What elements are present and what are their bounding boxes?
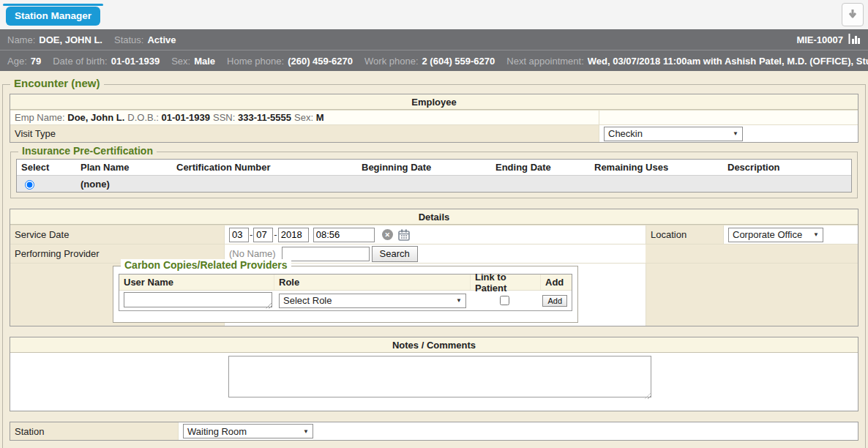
details-table-header: Details bbox=[10, 209, 858, 225]
next-appointment-label: Next appointment: bbox=[506, 56, 584, 67]
employee-table-header: Employee bbox=[10, 94, 858, 110]
patient-info-bar: Name: DOE, JOHN L. Status: Active MIE-10… bbox=[0, 29, 868, 50]
visit-type-label: Visit Type bbox=[10, 125, 599, 142]
status-value: Active bbox=[147, 34, 176, 45]
download-icon bbox=[847, 8, 858, 22]
employee-table: Employee Emp Name: Doe, John L. D.O.B.: … bbox=[10, 94, 858, 143]
sex-value: Male bbox=[194, 56, 215, 67]
patient-name: DOE, JOHN L. bbox=[39, 34, 102, 45]
age-label: Age: bbox=[7, 56, 27, 67]
carbon-copies-fieldset: Carbon Copies/Related Providers User Nam… bbox=[113, 266, 578, 323]
col-cert-number: Certification Number bbox=[172, 160, 357, 175]
precert-none-radio[interactable] bbox=[25, 180, 34, 190]
link-to-patient-checkbox[interactable] bbox=[500, 296, 509, 305]
status-label: Status: bbox=[114, 34, 143, 45]
station-select[interactable]: Waiting Room ▼ bbox=[183, 424, 313, 438]
work-phone-label: Work phone: bbox=[364, 56, 418, 67]
col-add: Add bbox=[541, 275, 572, 290]
dob-value: 01-01-1939 bbox=[111, 56, 160, 67]
chart-id: MIE-10007 bbox=[796, 34, 843, 45]
col-select: Select bbox=[17, 160, 76, 175]
service-date-row: Service Date - - ✕ bbox=[10, 225, 858, 244]
plan-name-value: (none) bbox=[76, 176, 172, 192]
provider-no-name-text: (No Name) bbox=[229, 248, 276, 259]
encounter-legend: Encounter (new) bbox=[10, 78, 104, 89]
col-link-to-patient: Link to Patient bbox=[471, 275, 541, 290]
provider-search-button[interactable]: Search bbox=[372, 246, 418, 262]
download-button[interactable] bbox=[842, 3, 864, 26]
emp-ssn-value: 333-11-5555 bbox=[238, 112, 291, 123]
notes-header: Notes / Comments bbox=[10, 337, 858, 353]
carbon-copies-row: Carbon Copies/Related Providers User Nam… bbox=[10, 263, 858, 326]
emp-dob-value: 01-01-1939 bbox=[162, 112, 211, 123]
emp-name-label: Emp Name: bbox=[15, 112, 65, 123]
station-manager-button[interactable]: Station Manager bbox=[6, 7, 100, 26]
add-provider-button[interactable]: Add bbox=[542, 295, 567, 307]
emp-dob-label: D.O.B.: bbox=[127, 112, 159, 123]
location-label: Location bbox=[646, 225, 724, 244]
notes-body bbox=[10, 353, 858, 411]
emp-sex-label: Sex: bbox=[294, 112, 313, 123]
carbon-copies-input-row: Select Role ▼ Add bbox=[119, 290, 572, 310]
sex-label: Sex: bbox=[171, 56, 190, 67]
emp-ssn-label: SSN: bbox=[213, 112, 235, 123]
insurance-precert-legend: Insurance Pre-Certification bbox=[18, 145, 157, 157]
details-table: Details Service Date - - ✕ bbox=[10, 209, 858, 326]
carbon-copies-table: User Name Role Link to Patient Add bbox=[119, 274, 572, 311]
emp-sex-value: M bbox=[316, 112, 324, 123]
service-date-month-input[interactable] bbox=[229, 228, 249, 242]
top-toolbar: Station Manager bbox=[0, 0, 868, 29]
calendar-icon[interactable] bbox=[398, 229, 410, 241]
age-value: 79 bbox=[31, 56, 41, 67]
col-plan-name: Plan Name bbox=[76, 160, 172, 175]
carbon-copies-legend: Carbon Copies/Related Providers bbox=[121, 259, 291, 271]
chevron-down-icon: ▼ bbox=[733, 130, 738, 137]
home-phone-label: Home phone: bbox=[227, 56, 284, 67]
station-label: Station bbox=[10, 422, 179, 440]
clear-date-icon[interactable]: ✕ bbox=[382, 229, 393, 240]
encounter-fieldset: Encounter (new) Employee Emp Name: Doe, … bbox=[2, 84, 866, 448]
dob-label: Date of birth: bbox=[53, 56, 107, 67]
main-content: Encounter (new) Employee Emp Name: Doe, … bbox=[0, 71, 868, 448]
provider-search-input[interactable] bbox=[282, 247, 370, 261]
col-beginning-date: Beginning Date bbox=[357, 160, 491, 175]
role-select[interactable]: Select Role ▼ bbox=[279, 294, 466, 308]
insurance-row-none: (none) bbox=[17, 175, 851, 192]
chevron-down-icon: ▼ bbox=[456, 297, 462, 304]
emp-name-value: Doe, John L. bbox=[67, 112, 124, 123]
home-phone-value: (260) 459-6270 bbox=[288, 56, 353, 67]
employee-info-row: Emp Name: Doe, John L. D.O.B.: 01-01-193… bbox=[10, 110, 858, 124]
insurance-precert-fieldset: Insurance Pre-Certification Select Plan … bbox=[10, 152, 858, 198]
col-user-name: User Name bbox=[119, 275, 274, 290]
chevron-down-icon: ▼ bbox=[813, 231, 819, 238]
user-name-input[interactable] bbox=[124, 292, 272, 307]
carbon-copies-header-row: User Name Role Link to Patient Add bbox=[119, 275, 572, 290]
insurance-header-row: Select Plan Name Certification Number Be… bbox=[17, 160, 851, 175]
service-date-day-input[interactable] bbox=[253, 228, 273, 242]
bar-chart-icon[interactable] bbox=[848, 34, 861, 46]
col-description: Description bbox=[723, 160, 851, 175]
col-role: Role bbox=[274, 275, 471, 290]
location-select[interactable]: Corporate Office ▼ bbox=[728, 228, 823, 242]
work-phone-value: 2 (604) 559-6270 bbox=[422, 56, 495, 67]
next-appointment-value: Wed, 03/07/2018 11:00am with Ashish Pate… bbox=[588, 56, 868, 67]
service-time-input[interactable] bbox=[313, 228, 375, 242]
name-label: Name: bbox=[7, 34, 35, 45]
notes-textarea[interactable] bbox=[228, 356, 651, 397]
station-row: Station Waiting Room ▼ bbox=[10, 422, 858, 440]
insurance-precert-table: Select Plan Name Certification Number Be… bbox=[16, 159, 852, 193]
date-separator: - bbox=[274, 229, 277, 240]
date-separator: - bbox=[250, 229, 252, 240]
chevron-down-icon: ▼ bbox=[303, 428, 309, 435]
col-remaining-uses: Remaining Uses bbox=[590, 160, 723, 175]
visit-type-row: Visit Type Checkin ▼ bbox=[10, 124, 858, 142]
service-date-year-input[interactable] bbox=[278, 228, 309, 242]
notes-table: Notes / Comments bbox=[10, 337, 858, 411]
visit-type-select[interactable]: Checkin ▼ bbox=[604, 127, 743, 141]
station-table: Station Waiting Room ▼ bbox=[10, 422, 858, 441]
demographics-bar: Age: 79 Date of birth: 01-01-1939 Sex: M… bbox=[0, 50, 868, 71]
service-date-label: Service Date bbox=[10, 225, 225, 244]
col-ending-date: Ending Date bbox=[491, 160, 590, 175]
